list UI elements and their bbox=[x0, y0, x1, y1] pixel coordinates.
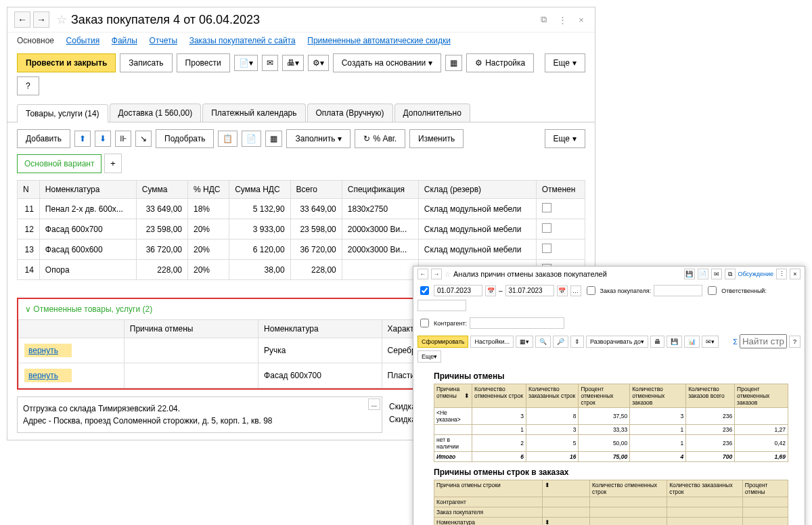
close-icon[interactable]: × bbox=[574, 13, 588, 26]
help-button[interactable]: ? bbox=[17, 76, 39, 95]
link-icon[interactable]: ⧉ bbox=[537, 13, 550, 26]
col-header[interactable]: Отменен bbox=[536, 181, 585, 199]
cal-from-icon[interactable]: 📅 bbox=[485, 286, 496, 296]
col-header[interactable]: Сумма НДС bbox=[229, 181, 290, 199]
tab-delivery[interactable]: Доставка (1 560,00) bbox=[110, 104, 202, 122]
gear-icon[interactable]: ⚙▾ bbox=[308, 55, 329, 71]
find2-icon[interactable]: 🔎 bbox=[553, 336, 568, 348]
discuss-link[interactable]: Обсуждение bbox=[738, 271, 773, 277]
col-header[interactable]: Всего bbox=[290, 181, 342, 199]
table-row[interactable]: 12Фасад 600x70023 598,0020%3 933,0023 59… bbox=[18, 219, 585, 239]
move-up-button[interactable]: ⬆ bbox=[74, 131, 91, 147]
col-header[interactable]: Сумма bbox=[136, 181, 187, 199]
date-from-input[interactable] bbox=[434, 285, 482, 296]
nav-discounts[interactable]: Примененные автоматические скидки bbox=[307, 36, 451, 45]
struct-icon[interactable]: ▦▾ bbox=[516, 336, 533, 348]
more-button[interactable]: Еще ▾ bbox=[545, 53, 585, 72]
paste-rows-icon[interactable]: 📄 bbox=[242, 131, 261, 147]
return-link[interactable]: вернуть bbox=[24, 369, 72, 382]
barcode-icon[interactable]: ⊪ bbox=[115, 131, 131, 147]
copy-icon[interactable]: 📄▾ bbox=[234, 55, 258, 71]
variant-button[interactable]: Основной вариант bbox=[17, 154, 102, 173]
col-header[interactable]: Спецификация bbox=[342, 181, 418, 199]
report-back-button[interactable]: ← bbox=[418, 269, 428, 279]
find-row-input[interactable] bbox=[740, 334, 787, 348]
report-menu-icon[interactable]: ⋮ bbox=[776, 269, 787, 279]
favorite-icon[interactable]: ☆ bbox=[56, 12, 67, 27]
move-down-button[interactable]: ⬇ bbox=[95, 131, 111, 147]
cancelled-checkbox[interactable] bbox=[542, 203, 551, 212]
chart-icon[interactable]: 📊 bbox=[684, 336, 700, 348]
mail-icon[interactable]: ✉ bbox=[262, 55, 278, 71]
calc-icon[interactable]: ▦ bbox=[265, 131, 282, 147]
fill-button[interactable]: Заполнить ▾ bbox=[286, 129, 351, 148]
col-header[interactable]: % НДС bbox=[188, 181, 229, 199]
star-icon[interactable]: ☆ bbox=[445, 271, 451, 278]
add-variant-button[interactable]: + bbox=[104, 154, 122, 173]
add-row-button[interactable]: Добавить bbox=[17, 129, 70, 148]
create-based-button[interactable]: Создать на основании ▾ bbox=[333, 53, 442, 72]
order-filter-check[interactable] bbox=[587, 286, 595, 295]
help-icon[interactable]: ? bbox=[789, 336, 800, 348]
report-row[interactable]: 1333,3312361,27 bbox=[434, 425, 788, 435]
contractor-input[interactable] bbox=[470, 317, 564, 329]
col-header[interactable]: Номенклатура bbox=[39, 181, 136, 199]
cancelled-checkbox[interactable] bbox=[542, 223, 551, 233]
report-file-icon[interactable]: 📄 bbox=[698, 269, 708, 279]
copy-rows-icon[interactable]: 📋 bbox=[218, 131, 238, 147]
cal-to-icon[interactable]: 📅 bbox=[557, 286, 568, 296]
avg-button[interactable]: ↻ % Авг. bbox=[355, 129, 405, 148]
nav-site-orders[interactable]: Заказы покупателей с сайта bbox=[189, 36, 296, 45]
report-link-icon[interactable]: ⧉ bbox=[725, 269, 736, 279]
report-close-icon[interactable]: × bbox=[790, 269, 800, 279]
expand-button[interactable]: Разворачивать до ▾ bbox=[586, 336, 648, 348]
return-link[interactable]: вернуть bbox=[24, 344, 72, 357]
nav-main[interactable]: Основное bbox=[17, 36, 54, 45]
resp-filter-check[interactable] bbox=[708, 286, 717, 295]
post-button[interactable]: Провести bbox=[177, 53, 230, 72]
period-icon[interactable]: … bbox=[570, 286, 581, 296]
report-row[interactable]: нет в наличии2550,0012360,42 bbox=[434, 435, 788, 448]
save-icon[interactable]: 💾 bbox=[667, 336, 682, 348]
tab-payment[interactable]: Оплата (Вручную) bbox=[307, 104, 393, 122]
pick-button[interactable]: Подобрать bbox=[156, 129, 214, 148]
col-header[interactable]: N bbox=[18, 181, 40, 199]
nav-events[interactable]: События bbox=[66, 36, 100, 45]
report-settings-button[interactable]: Настройки... bbox=[470, 336, 514, 348]
resp-input[interactable] bbox=[418, 300, 466, 311]
menu-icon[interactable]: ⋮ bbox=[556, 13, 569, 26]
table-row[interactable]: 13Фасад 600x60036 720,0020%6 120,0036 72… bbox=[18, 239, 585, 260]
nav-files[interactable]: Файлы bbox=[112, 36, 137, 45]
report-more-button[interactable]: Еще▾ bbox=[418, 350, 441, 363]
print-icon[interactable]: 🖶▾ bbox=[282, 55, 304, 71]
col-header[interactable]: Склад (резерв) bbox=[418, 181, 536, 199]
date-to-input[interactable] bbox=[505, 285, 554, 296]
address-edit-button[interactable]: ... bbox=[368, 398, 380, 410]
report-mail-icon[interactable]: ✉ bbox=[711, 269, 722, 279]
cancelled-checkbox[interactable] bbox=[542, 244, 551, 253]
tab-goods[interactable]: Товары, услуги (14) bbox=[17, 104, 108, 122]
post-close-button[interactable]: Провести и закрыть bbox=[17, 53, 116, 72]
order-input[interactable] bbox=[654, 285, 702, 296]
report-fwd-button[interactable]: → bbox=[431, 269, 442, 279]
contractor-check[interactable] bbox=[420, 319, 429, 327]
nav-reports[interactable]: Отчеты bbox=[150, 36, 177, 45]
write-button[interactable]: Записать bbox=[120, 53, 172, 72]
date-filter-check[interactable] bbox=[420, 286, 429, 295]
address-box[interactable]: Отгрузка со склада Тимирязевский 22.04. … bbox=[17, 396, 382, 433]
report-save-icon[interactable]: 💾 bbox=[684, 269, 695, 279]
settings-button[interactable]: ⚙ Настройка bbox=[466, 53, 534, 72]
collapse-icon[interactable]: ⇕ bbox=[570, 336, 584, 348]
forward-button[interactable]: → bbox=[33, 12, 49, 28]
struct-icon[interactable]: ▦ bbox=[445, 55, 462, 71]
tab-payment-calendar[interactable]: Платежный календарь bbox=[202, 104, 305, 122]
goods-more-button[interactable]: Еще ▾ bbox=[545, 129, 585, 148]
change-button[interactable]: Изменить bbox=[409, 129, 464, 148]
table-row[interactable]: 11Пенал 2-х дв. 600х...33 649,0018%5 132… bbox=[18, 199, 585, 219]
back-button[interactable]: ← bbox=[14, 12, 30, 28]
find-icon[interactable]: 🔍 bbox=[535, 336, 551, 348]
tab-additional[interactable]: Дополнительно bbox=[394, 104, 470, 122]
print-icon[interactable]: 🖶 bbox=[650, 336, 664, 348]
generate-button[interactable]: Сформировать bbox=[418, 336, 468, 348]
import-icon[interactable]: ↘ bbox=[135, 131, 152, 147]
